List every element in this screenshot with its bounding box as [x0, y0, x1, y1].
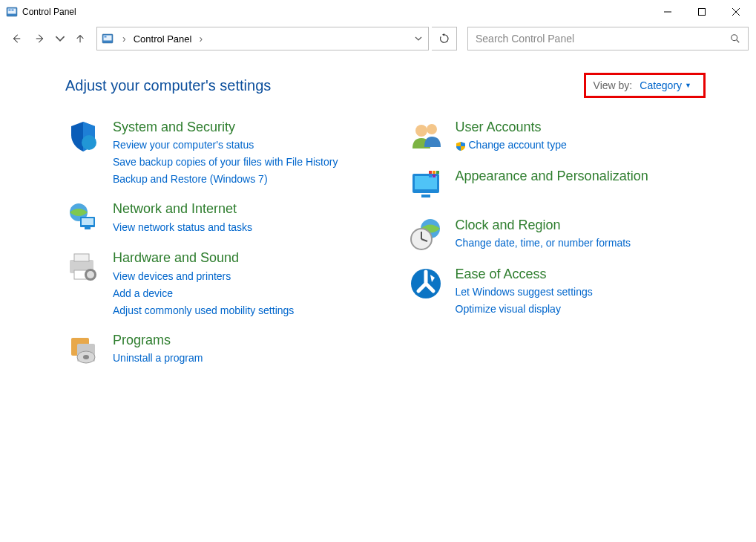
search-icon[interactable] — [723, 33, 748, 44]
maximize-button[interactable] — [685, 0, 719, 24]
svg-rect-33 — [421, 195, 430, 197]
back-button[interactable] — [6, 28, 27, 49]
view-by-label: View by: — [594, 79, 633, 91]
window-controls — [651, 0, 753, 24]
svg-point-15 — [82, 135, 96, 150]
link-mobility[interactable]: Adjust commonly used mobility settings — [113, 303, 294, 319]
shield-icon — [65, 119, 101, 154]
up-button[interactable] — [70, 28, 91, 49]
control-panel-icon — [97, 27, 118, 50]
view-by-highlight: View by: Category ▼ — [584, 73, 706, 98]
category-title[interactable]: Appearance and Personalization — [456, 168, 648, 185]
category-clock: Clock and Region Change date, time, or n… — [408, 217, 721, 252]
svg-rect-32 — [415, 176, 437, 189]
svg-rect-38 — [433, 174, 435, 177]
title-bar: Control Panel — [0, 0, 756, 24]
address-bar[interactable]: › Control Panel › — [96, 27, 429, 50]
svg-rect-34 — [429, 171, 432, 174]
category-title[interactable]: System and Security — [113, 119, 338, 136]
view-by-dropdown[interactable]: Category ▼ — [640, 79, 691, 91]
address-dropdown[interactable] — [409, 27, 428, 50]
monitor-icon — [408, 168, 444, 203]
category-programs: Programs Uninstall a program — [65, 332, 378, 368]
control-panel-icon — [6, 6, 18, 18]
svg-point-29 — [415, 125, 427, 137]
uac-shield-icon — [456, 140, 466, 151]
svg-point-30 — [427, 124, 437, 134]
search-input[interactable] — [468, 27, 723, 50]
breadcrumb-root[interactable]: Control Panel — [131, 27, 195, 50]
svg-rect-37 — [429, 174, 432, 177]
link-date-time-formats[interactable]: Change date, time, or number formats — [456, 235, 631, 251]
chevron-right-icon[interactable]: › — [118, 27, 131, 50]
content-area: Adjust your computer's settings View by:… — [0, 53, 756, 368]
category-user-accounts: User Accounts Change account type — [408, 119, 721, 154]
refresh-button[interactable] — [432, 27, 457, 50]
category-title[interactable]: User Accounts — [456, 119, 567, 136]
category-hardware: Hardware and Sound View devices and prin… — [65, 249, 378, 318]
printer-icon — [65, 249, 101, 285]
clock-globe-icon — [408, 217, 444, 252]
link-change-account-type[interactable]: Change account type — [456, 137, 567, 153]
link-suggest-settings[interactable]: Let Windows suggest settings — [456, 284, 593, 300]
category-title[interactable]: Hardware and Sound — [113, 249, 294, 267]
svg-point-13 — [732, 35, 737, 41]
svg-rect-35 — [433, 171, 435, 174]
link-backup-restore[interactable]: Backup and Restore (Windows 7) — [113, 172, 338, 187]
caret-down-icon: ▼ — [685, 82, 691, 89]
category-network: Network and Internet View network status… — [65, 200, 378, 236]
svg-rect-3 — [12, 10, 14, 11]
svg-rect-21 — [74, 254, 89, 261]
link-devices-printers[interactable]: View devices and printers — [113, 269, 294, 284]
svg-rect-2 — [9, 10, 11, 11]
link-add-device[interactable]: Add a device — [113, 286, 294, 301]
category-title[interactable]: Clock and Region — [456, 217, 631, 234]
category-appearance: Appearance and Personalization — [408, 168, 721, 203]
window-title: Control Panel — [22, 7, 76, 17]
category-ease-of-access: Ease of Access Let Windows suggest setti… — [408, 266, 721, 317]
recent-dropdown[interactable] — [53, 28, 67, 49]
svg-point-24 — [87, 271, 94, 278]
navigation-bar: › Control Panel › — [0, 24, 756, 53]
network-icon — [65, 200, 101, 236]
svg-line-14 — [737, 40, 740, 43]
forward-button[interactable] — [30, 28, 50, 49]
close-button[interactable] — [719, 0, 753, 24]
svg-rect-12 — [105, 36, 107, 38]
svg-rect-19 — [85, 227, 91, 229]
link-review-status[interactable]: Review your computer's status — [113, 137, 338, 153]
programs-icon — [65, 332, 101, 368]
svg-point-28 — [83, 355, 89, 359]
users-icon — [408, 119, 444, 154]
link-file-history[interactable]: Save backup copies of your files with Fi… — [113, 154, 338, 170]
svg-rect-5 — [699, 9, 706, 16]
category-system-security: System and Security Review your computer… — [65, 119, 378, 187]
category-title[interactable]: Programs — [113, 332, 203, 349]
category-title[interactable]: Ease of Access — [456, 266, 593, 283]
view-by-value: Category — [640, 79, 682, 91]
link-optimize-display[interactable]: Optimize visual display — [456, 301, 593, 317]
search-box[interactable] — [467, 27, 749, 50]
svg-rect-36 — [436, 171, 439, 174]
svg-rect-18 — [82, 218, 93, 225]
link-uninstall[interactable]: Uninstall a program — [113, 350, 203, 366]
link-network-status[interactable]: View network status and tasks — [113, 220, 252, 235]
ease-of-access-icon — [408, 266, 444, 301]
chevron-right-icon[interactable]: › — [194, 27, 207, 50]
category-title[interactable]: Network and Internet — [113, 200, 252, 218]
minimize-button[interactable] — [651, 0, 685, 24]
page-heading: Adjust your computer's settings — [65, 77, 271, 94]
